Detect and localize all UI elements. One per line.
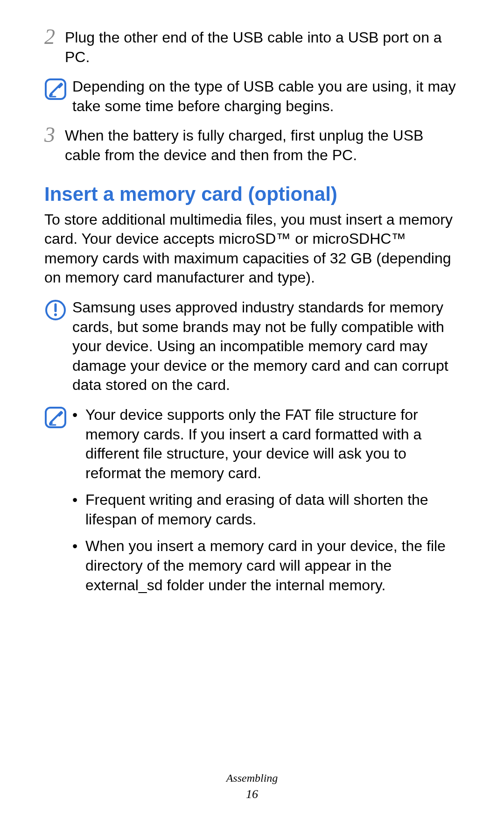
note-callout: Depending on the type of USB cable you a… bbox=[44, 77, 460, 116]
svg-point-4 bbox=[54, 313, 57, 316]
document-page: 2 Plug the other end of the USB cable in… bbox=[0, 0, 504, 827]
warning-callout: Samsung uses approved industry standards… bbox=[44, 298, 460, 395]
bullet-item: Your device supports only the FAT file s… bbox=[72, 405, 460, 483]
note-icon bbox=[44, 78, 70, 100]
step-number: 2 bbox=[44, 26, 65, 48]
warning-text: Samsung uses approved industry standards… bbox=[72, 298, 460, 395]
intro-paragraph: To store additional multimedia files, yo… bbox=[44, 210, 460, 288]
page-footer: Assembling 16 bbox=[0, 772, 504, 801]
bullet-item: Frequent writing and erasing of data wil… bbox=[72, 490, 460, 529]
step-number: 3 bbox=[44, 124, 65, 146]
footer-page-number: 16 bbox=[0, 787, 504, 801]
note-text: Depending on the type of USB cable you a… bbox=[72, 77, 460, 116]
step-2: 2 Plug the other end of the USB cable in… bbox=[44, 28, 460, 67]
step-text: When the battery is fully charged, first… bbox=[65, 126, 460, 165]
info-bullets: Your device supports only the FAT file s… bbox=[72, 405, 460, 602]
footer-section-name: Assembling bbox=[0, 772, 504, 785]
note-icon bbox=[44, 406, 70, 429]
bullet-item: When you insert a memory card in your de… bbox=[72, 537, 460, 595]
info-callout: Your device supports only the FAT file s… bbox=[44, 405, 460, 602]
step-text: Plug the other end of the USB cable into… bbox=[65, 28, 460, 67]
section-heading: Insert a memory card (optional) bbox=[44, 183, 460, 205]
step-3: 3 When the battery is fully charged, fir… bbox=[44, 126, 460, 165]
warning-icon bbox=[44, 299, 70, 321]
